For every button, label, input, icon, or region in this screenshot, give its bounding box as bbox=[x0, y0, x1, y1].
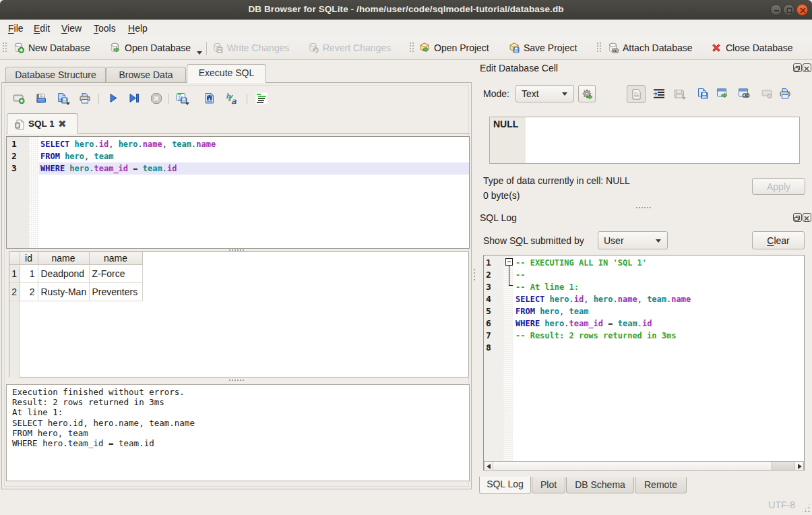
log-line-number: 4 bbox=[486, 293, 499, 305]
cell-editor[interactable]: NULL bbox=[489, 117, 800, 164]
tab-execute-sql[interactable]: Execute SQL bbox=[187, 64, 266, 83]
menu-view[interactable]: View bbox=[61, 22, 82, 35]
toolbar-handle[interactable] bbox=[3, 42, 7, 53]
log-horizontal-scrollbar[interactable] bbox=[484, 461, 804, 471]
line-number: 1 bbox=[11, 138, 25, 150]
log-line-number: 3 bbox=[486, 281, 499, 293]
save-results-button[interactable] bbox=[176, 92, 188, 104]
apply-button[interactable]: Apply bbox=[752, 178, 805, 195]
results-grid[interactable]: id name name 1 1 Deadpond Z-Force 2 2 Ru… bbox=[9, 251, 469, 377]
sql-log-filter-combobox[interactable]: User bbox=[598, 231, 668, 249]
dock-tab-sql-log[interactable]: SQL Log bbox=[479, 477, 531, 494]
column-header-name1[interactable]: name bbox=[38, 252, 89, 264]
open-sql-file-button[interactable] bbox=[35, 92, 47, 104]
attach-database-button[interactable]: Attach Database bbox=[608, 36, 693, 59]
new-sql-tab-button[interactable] bbox=[13, 92, 25, 104]
sql-log-float-button[interactable] bbox=[793, 213, 802, 222]
row-header[interactable]: 2 bbox=[9, 282, 20, 301]
sql-code-line: SELECT hero.id, hero.name, team.name bbox=[39, 138, 470, 150]
import-dropdown-caret[interactable] bbox=[682, 97, 686, 100]
scroll-right-button[interactable] bbox=[794, 462, 803, 470]
results-message-splitter[interactable] bbox=[229, 380, 245, 381]
execution-message-box[interactable]: Execution finished without errors. Resul… bbox=[6, 384, 470, 481]
toolbar-handle-3[interactable] bbox=[597, 42, 601, 53]
scrollbar-thumb[interactable] bbox=[772, 462, 795, 470]
set-null-button[interactable] bbox=[761, 90, 772, 100]
execute-all-button[interactable] bbox=[107, 92, 119, 104]
print-sql-button[interactable] bbox=[79, 92, 91, 104]
execute-line-icon bbox=[128, 92, 140, 104]
import-settings-button[interactable] bbox=[578, 85, 596, 102]
filter-value: User bbox=[604, 235, 624, 246]
cell-size-label: 0 byte(s) bbox=[483, 190, 520, 201]
open-database-button[interactable]: Open Database bbox=[110, 36, 191, 59]
log-line: -- Result: 2 rows returned in 3ms bbox=[515, 330, 801, 342]
sql-tab-close-icon[interactable]: ✖ bbox=[58, 118, 67, 130]
stop-button[interactable] bbox=[150, 92, 162, 104]
execute-line-button[interactable] bbox=[128, 92, 140, 104]
toolbar-separator bbox=[206, 42, 207, 55]
maximize-button[interactable] bbox=[783, 4, 794, 16]
text-mode-button[interactable] bbox=[627, 85, 646, 103]
mode-combobox[interactable]: Text bbox=[516, 85, 574, 102]
minimize-button[interactable] bbox=[770, 4, 782, 16]
close-button[interactable] bbox=[797, 4, 808, 16]
new-database-label: New Database bbox=[28, 42, 90, 53]
revert-changes-button[interactable]: Revert Changes bbox=[308, 36, 391, 59]
close-database-button[interactable]: Close Database bbox=[711, 36, 793, 59]
resize-grip[interactable] bbox=[801, 504, 811, 513]
sql-tab[interactable]: SQL 1 ✖ bbox=[7, 113, 78, 134]
fold-marker-icon[interactable] bbox=[505, 258, 513, 266]
new-database-button[interactable]: New Database bbox=[13, 36, 90, 59]
grid-corner[interactable] bbox=[9, 252, 20, 264]
toolbar-handle-2[interactable] bbox=[410, 42, 414, 53]
save-project-icon bbox=[509, 42, 520, 53]
word-wrap-button[interactable] bbox=[653, 88, 665, 101]
clear-button[interactable]: Clear bbox=[752, 231, 805, 249]
dock-tab-plot[interactable]: Plot bbox=[532, 477, 565, 493]
sql-log-close-button[interactable] bbox=[803, 213, 811, 222]
print-cell-button[interactable] bbox=[779, 88, 791, 100]
table-row[interactable]: 1 1 Deadpond Z-Force bbox=[9, 264, 142, 282]
sql-log-editor[interactable]: 1 2 3 4 5 6 7 8 -- EXECUTING ALL IN 'SQL… bbox=[483, 255, 805, 471]
import-from-file-button[interactable] bbox=[673, 88, 685, 102]
edit-cell-float-button[interactable] bbox=[793, 63, 802, 72]
save-sql-file-button[interactable] bbox=[57, 92, 69, 104]
edit-cell-close-button[interactable] bbox=[803, 63, 811, 72]
minimize-icon bbox=[772, 6, 781, 15]
menu-help[interactable]: Help bbox=[128, 22, 148, 35]
sql-editor[interactable]: 1 2 3 SELECT hero.id, hero.name, team.na… bbox=[6, 136, 470, 249]
row-header[interactable]: 1 bbox=[9, 264, 20, 282]
write-changes-button[interactable]: Write Changes bbox=[212, 36, 289, 59]
dock-splitter[interactable] bbox=[474, 269, 475, 282]
find-button[interactable] bbox=[204, 92, 216, 104]
export-to-file-button[interactable] bbox=[697, 88, 709, 102]
log-line: -- EXECUTING ALL IN 'SQL 1' bbox=[515, 257, 801, 269]
save-results-dropdown-caret[interactable] bbox=[185, 102, 189, 105]
column-header-id[interactable]: id bbox=[20, 252, 38, 264]
save-project-label: Save Project bbox=[524, 42, 577, 53]
column-header-name2[interactable]: name bbox=[89, 252, 142, 264]
open-external-button[interactable] bbox=[716, 88, 730, 102]
dock-tab-db-schema[interactable]: DB Schema bbox=[566, 477, 634, 493]
menu-tools[interactable]: Tools bbox=[94, 22, 116, 35]
tab-database-structure[interactable]: Database Structure bbox=[5, 67, 106, 82]
dock-vertical-splitter[interactable] bbox=[636, 207, 652, 208]
editor-results-splitter[interactable] bbox=[229, 249, 245, 251]
replace-button[interactable]: b a bbox=[226, 92, 238, 104]
tab-browse-data[interactable]: Browse Data bbox=[106, 67, 186, 82]
copy-link-button[interactable] bbox=[738, 88, 751, 102]
scroll-left-button[interactable] bbox=[485, 462, 493, 470]
open-database-dropdown-caret[interactable] bbox=[197, 51, 202, 55]
titlebar[interactable]: DB Browser for SQLite - /home/user/code/… bbox=[0, 0, 812, 20]
text-document-icon bbox=[632, 89, 641, 100]
save-project-button[interactable]: Save Project bbox=[509, 36, 577, 59]
open-project-button[interactable]: Open Project bbox=[419, 36, 489, 59]
table-row[interactable]: 2 2 Rusty-Man Preventers bbox=[9, 282, 142, 301]
menu-file[interactable]: File bbox=[8, 22, 24, 35]
format-sql-button[interactable] bbox=[255, 92, 268, 104]
export-file-icon bbox=[697, 88, 709, 100]
save-sql-dropdown-caret[interactable] bbox=[66, 102, 70, 105]
dock-tab-remote[interactable]: Remote bbox=[635, 477, 687, 493]
menu-edit[interactable]: Edit bbox=[34, 22, 50, 35]
